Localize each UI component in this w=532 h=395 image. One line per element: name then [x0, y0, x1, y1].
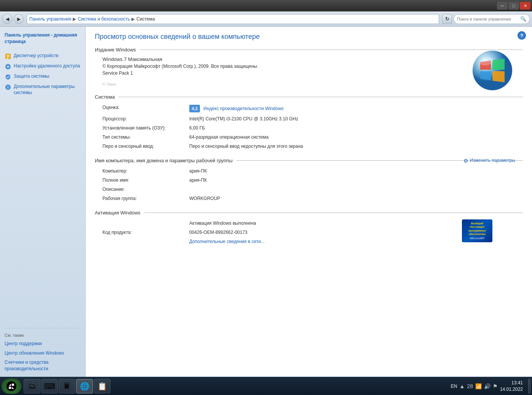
- forward-button[interactable]: ▶: [14, 14, 24, 24]
- content-area: ? Просмотр основных сведений о вашем ком…: [86, 27, 532, 377]
- pen-value: Перо и сенсорный ввод недоступны для это…: [189, 142, 523, 150]
- sidebar-item-protection-label: Защита системы: [14, 73, 49, 80]
- type-value: 64-разрядная операционная система: [189, 133, 523, 141]
- wei-badge[interactable]: 4,3: [189, 105, 200, 112]
- svg-rect-2: [6, 56, 10, 57]
- titlebar: ─ □ ✕: [0, 0, 532, 11]
- search-icon: 🔍: [520, 16, 526, 22]
- edition-divider: [140, 50, 523, 50]
- remote-icon: [5, 63, 11, 70]
- sidebar-item-remote[interactable]: Настройка удаленного доступа: [0, 61, 85, 72]
- system-section-label: Система: [95, 94, 115, 100]
- breadcrumb-part1[interactable]: Панель управления: [29, 16, 71, 22]
- activation-body: Активация Windows выполнена Код продукта…: [95, 219, 523, 245]
- taskbar-app-keyboard[interactable]: ⌨: [41, 379, 58, 393]
- maximize-button[interactable]: □: [508, 2, 519, 10]
- svg-text:i: i: [8, 85, 9, 90]
- workgroup-value: WORKGROUP: [189, 195, 523, 202]
- sidebar-item-support-label: Центр поддержки: [5, 341, 42, 347]
- rating-value: 4,3 Индекс производительности Windows: [189, 104, 523, 114]
- sidebar-item-protection[interactable]: Защита системы: [0, 72, 85, 82]
- fullname-label: Полное имя:: [102, 176, 186, 184]
- minimize-button[interactable]: ─: [497, 2, 508, 10]
- sidebar-item-device-manager-label: Диспетчер устройств: [14, 53, 58, 59]
- search-box[interactable]: 🔍: [454, 14, 530, 24]
- computer-value: ария-ПК: [189, 167, 523, 175]
- sidebar-item-device-manager[interactable]: Диспетчер устройств: [0, 51, 85, 61]
- tray-up-arrow[interactable]: ▲: [460, 383, 465, 389]
- activation-divider: [144, 213, 523, 213]
- wei-link[interactable]: Индекс производительности Windows: [203, 106, 283, 111]
- breadcrumb-part2[interactable]: Система и безопасность: [78, 16, 130, 22]
- more-info-placeholder: [102, 238, 186, 245]
- edition-name: Windows 7 Максимальная: [102, 56, 523, 62]
- sidebar-footer: См. также Центр поддержки Центр обновлен…: [0, 320, 85, 374]
- sidebar-also-label: См. также: [0, 331, 85, 339]
- back-button[interactable]: ◀: [2, 14, 12, 24]
- svg-rect-3: [6, 58, 8, 59]
- sidebar-home-link[interactable]: Панель управления - домашняя страница: [0, 30, 85, 50]
- logo-watermark: © Окно: [102, 82, 523, 86]
- change-params-link[interactable]: ⚙ Изменить параметры: [463, 158, 515, 164]
- tray-clock: 13:41 14.01.2022: [500, 380, 523, 393]
- taskbar-app-settings[interactable]: 📋: [94, 379, 110, 393]
- system-section: Система Оценка: 4,3 Индекс производитель…: [95, 94, 523, 150]
- svg-point-10: [6, 381, 16, 391]
- breadcrumb-sep2: ▶: [131, 16, 135, 22]
- computer-name-section: Имя компьютера, имя домена и параметры р…: [95, 158, 523, 202]
- activation-header: Активация Windows: [95, 210, 523, 216]
- genuine-badge: Выбирай Настоящее программное обеспечени…: [462, 219, 492, 242]
- taskbar-app-explorer[interactable]: 🗂: [24, 379, 40, 393]
- show-desktop-button[interactable]: [528, 379, 530, 393]
- windows-logo: [470, 47, 515, 94]
- address-bar: ◀ ▶ Панель управления ▶ Система и безопа…: [0, 11, 532, 27]
- device-manager-icon: [5, 53, 11, 60]
- sidebar-item-perf[interactable]: Счетчики и средства производительности: [0, 358, 85, 374]
- sidebar-divider: [5, 328, 81, 328]
- processor-label: Процессор:: [102, 115, 186, 123]
- search-input[interactable]: [457, 17, 519, 21]
- genuine-text2: Настоящее: [470, 225, 484, 229]
- edition-block: Windows 7 Максимальная © Корпорация Майк…: [95, 56, 523, 86]
- refresh-button[interactable]: ↻: [442, 14, 452, 24]
- processor-value: Intel(R) Core(TM) i3-2100 CPU @ 3.10GHz …: [189, 115, 523, 123]
- genuine-brand: Microsoft®: [470, 237, 484, 240]
- close-button[interactable]: ✕: [520, 2, 530, 10]
- sidebar-item-update-label: Центр обновления Windows: [5, 350, 64, 357]
- activation-label: Активация Windows: [95, 210, 141, 216]
- genuine-text3: программное обеспечение: [463, 229, 491, 236]
- main-window: Панель управления - домашняя страница Ди…: [0, 27, 532, 377]
- activation-grid: Активация Windows выполнена Код продукта…: [95, 219, 523, 245]
- tray-time: 13:41: [500, 380, 523, 386]
- edition-section-header: Издание Windows: [95, 47, 523, 53]
- sidebar-item-update[interactable]: Центр обновления Windows: [0, 349, 85, 358]
- windows-edition-section: Издание Windows Windows 7 Максимальная ©…: [95, 47, 523, 86]
- breadcrumb-sep1: ▶: [73, 16, 76, 22]
- desc-label: Описание:: [102, 186, 186, 193]
- window-controls: ─ □ ✕: [497, 2, 530, 10]
- fullname-value: ария-ПК: [189, 176, 523, 184]
- sidebar: Панель управления - домашняя страница Ди…: [0, 27, 86, 377]
- help-button[interactable]: ?: [518, 31, 526, 40]
- system-info-grid: Оценка: 4,3 Индекс производительности Wi…: [95, 104, 523, 150]
- edition-section-label: Издание Windows: [95, 47, 136, 53]
- product-key-label: Код продукта:: [102, 229, 186, 236]
- sidebar-item-support[interactable]: Центр поддержки: [0, 339, 85, 349]
- desc-value: [189, 186, 523, 193]
- activation-section: Активация Windows Активация Windows выпо…: [95, 210, 523, 245]
- tray-volume-icon: 🔊: [484, 383, 490, 389]
- system-section-header: Система: [95, 94, 523, 100]
- taskbar-app-chrome[interactable]: 🌐: [76, 379, 93, 393]
- tray-date: 14.01.2022: [500, 386, 523, 393]
- rating-label: Оценка:: [102, 104, 186, 114]
- breadcrumb-current: Система: [136, 16, 155, 22]
- type-label: Тип системы:: [102, 133, 186, 141]
- breadcrumb[interactable]: Панель управления ▶ Система и безопаснос…: [27, 14, 439, 24]
- sidebar-item-advanced[interactable]: i Дополнительные параметры системы: [0, 82, 85, 98]
- protection-icon: [5, 74, 11, 80]
- taskbar: 🗂 ⌨ 🖩 🌐 📋 EN ▲ 28 📶 🔊 ⚑ 13:41 14.01.2022: [0, 377, 532, 395]
- sidebar-item-remote-label: Настройка удаленного доступа: [14, 63, 80, 69]
- taskbar-app-calc[interactable]: 🖩: [59, 379, 75, 393]
- start-button[interactable]: [2, 379, 21, 394]
- sidebar-item-advanced-label: Дополнительные параметры системы: [14, 83, 81, 96]
